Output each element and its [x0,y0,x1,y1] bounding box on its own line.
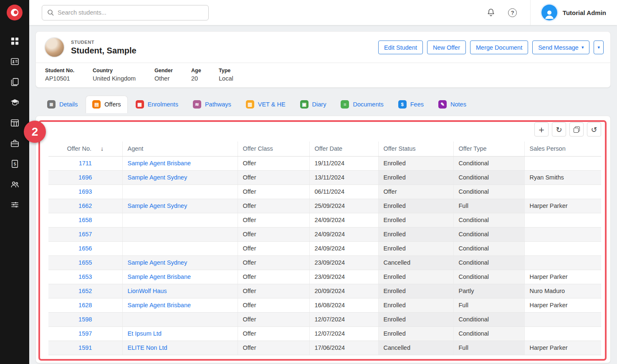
offers-table: Offer No.↓AgentOffer ClassOffer DateOffe… [48,142,601,355]
tab-fees[interactable]: $Fees [392,96,430,113]
info-field-country: CountryUnited Kingdom [93,68,154,82]
offer-number-link[interactable]: 1598 [78,316,92,323]
tab-vet-he[interactable]: ▥VET & HE [239,96,292,113]
agent-link[interactable]: ELITE Non Ltd [128,344,167,351]
sort-descending-icon: ↓ [101,145,104,152]
agent-link[interactable]: Sample Agent Sydney [128,202,187,209]
add-offer-button[interactable]: + [534,122,549,136]
table-cell [524,213,601,228]
table-cell: Enrolled [378,199,453,213]
table-row: 1658Offer24/09/2024EnrolledConditional [48,213,601,228]
offer-number-link[interactable]: 1656 [78,245,92,252]
info-value: United Kingdom [93,75,154,82]
tab-diary[interactable]: ▣Diary [293,96,333,113]
table-cell: Enrolled [378,242,453,256]
new-offer-button[interactable]: New Offer [427,40,466,54]
tab-enrolments[interactable]: ▦Enrolments [129,96,185,113]
table-row: 1696Sample Agent SydneyOffer13/11/2024En… [48,171,601,185]
sidebar-item-academic[interactable] [0,92,29,113]
offer-number-link[interactable]: 1597 [78,330,92,337]
duplicate-button[interactable] [569,122,584,136]
offer-number-link[interactable]: 1652 [78,288,92,294]
tab-documents[interactable]: ≡Documents [334,96,390,113]
student-photo [44,37,65,58]
table-cell [122,185,238,199]
table-cell: Harper Parker [524,298,601,313]
offer-number-link[interactable]: 1655 [78,259,92,266]
sidebar-item-contacts[interactable] [0,51,29,72]
tab-details[interactable]: ≣Details [40,96,84,113]
history-button[interactable]: ↺ [587,122,601,136]
column-header-offer-status[interactable]: Offer Status [378,142,453,157]
edit-student-button[interactable]: Edit Student [378,40,423,54]
agent-link[interactable]: Et Ipsum Ltd [128,330,162,337]
table-cell: Offer [238,171,309,185]
tab-pathways[interactable]: ≋Pathways [186,96,238,113]
app-logo[interactable] [0,0,29,25]
agent-link[interactable]: Sample Agent Sydney [128,259,187,266]
table-cell: Offer [238,228,309,242]
sidebar-item-dashboard[interactable] [0,31,29,51]
offer-number-link[interactable]: 1591 [78,344,92,351]
send-message-button[interactable]: Send Message▾ [532,40,589,54]
info-field-student-no: Student No.AP10501 [45,68,93,82]
offer-number-cell: 1597 [48,327,122,341]
student-header-card: STUDENT Student, Sample Edit Student New… [35,31,611,88]
merge-document-button[interactable]: Merge Document [470,40,528,54]
sidebar-item-settings[interactable] [0,195,29,215]
sidebar: $ [0,0,29,364]
agent-cell: Sample Agent Sydney [122,171,238,185]
offer-number-link[interactable]: 1693 [78,188,92,195]
agent-link[interactable]: LionWolf Haus [128,288,167,294]
timetable-icon [10,118,20,128]
info-value: AP10501 [45,75,93,82]
offer-number-link[interactable]: 1653 [78,273,92,280]
offer-number-link[interactable]: 1628 [78,302,92,308]
agent-cell: Et Ipsum Ltd [122,327,238,341]
table-cell: Enrolled [378,157,453,171]
sidebar-item-records[interactable] [0,72,29,92]
tab-label: Documents [353,101,383,108]
sidebar-item-invoices[interactable]: $ [0,154,29,174]
info-label: Type [219,68,233,73]
search-input[interactable] [58,9,203,16]
table-cell: Offer [238,327,309,341]
academic-icon [10,98,20,107]
offer-number-link[interactable]: 1662 [78,202,92,209]
offer-number-cell: 1657 [48,228,122,242]
tab-notes[interactable]: ✎Notes [432,96,473,113]
student-name: Student, Sample [71,46,137,56]
table-cell: Harper Parker [524,341,601,355]
table-cell [122,242,238,256]
pathways-icon: ≋ [193,100,201,109]
more-actions-button[interactable]: ▾ [594,40,604,54]
table-row: 1652LionWolf HausOffer20/09/2024Enrolled… [48,284,601,298]
agent-cell: Sample Agent Brisbane [122,157,238,171]
offer-number-link[interactable]: 1696 [78,174,92,181]
column-header-offer-date[interactable]: Offer Date [309,142,378,157]
agent-link[interactable]: Sample Agent Brisbane [128,273,191,280]
offer-number-link[interactable]: 1711 [79,160,92,167]
agent-link[interactable]: Sample Agent Brisbane [128,160,191,167]
notifications-button[interactable] [483,5,498,20]
agent-cell: Sample Agent Brisbane [122,298,238,313]
offers-toolbar: + ↻ ↺ [36,116,610,136]
column-header-sales-person[interactable]: Sales Person [524,142,601,157]
agent-link[interactable]: Sample Agent Sydney [128,174,187,181]
column-header-offer-no[interactable]: Offer No.↓ [48,142,122,157]
offer-number-link[interactable]: 1657 [78,231,92,238]
sidebar-item-users[interactable] [0,174,29,195]
help-button[interactable]: ? [505,5,520,20]
table-cell: Offer [238,298,309,313]
user-menu[interactable]: Tutorial Admin [530,0,617,25]
column-header-agent[interactable]: Agent [122,142,238,157]
tab-offers[interactable]: ▤Offers [86,96,127,113]
agent-link[interactable]: Sample Agent Brisbane [128,302,191,308]
column-header-offer-class[interactable]: Offer Class [238,142,309,157]
tab-label: Notes [450,101,466,108]
diary-icon: ▣ [300,100,308,109]
chevron-down-icon: ▾ [597,45,600,50]
refresh-button[interactable]: ↻ [552,122,566,136]
column-header-offer-type[interactable]: Offer Type [453,142,524,157]
offer-number-link[interactable]: 1658 [78,217,92,223]
